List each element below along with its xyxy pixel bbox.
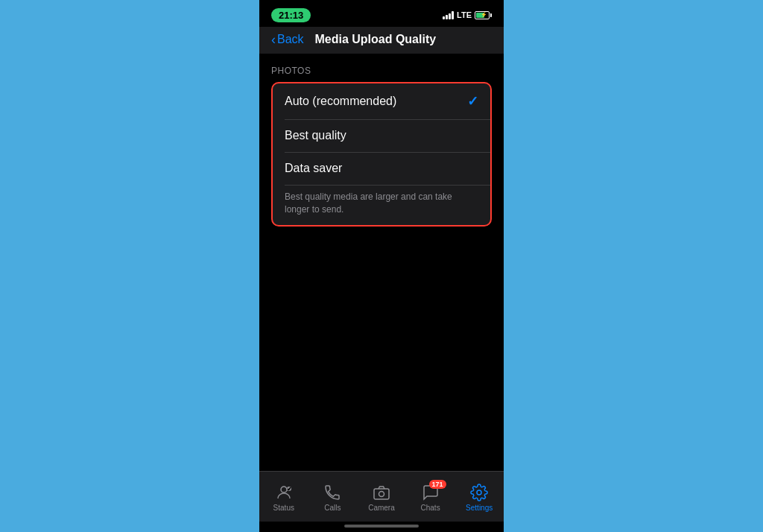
status-bar: 21:13 LTE ⚡: [259, 0, 504, 27]
page-title: Media Upload Quality: [259, 33, 492, 46]
tab-status-label: Status: [273, 504, 294, 512]
home-bar: [344, 525, 419, 528]
svg-rect-2: [374, 489, 389, 499]
tab-calls[interactable]: Calls: [308, 483, 358, 512]
option-note: Best quality media are larger and can ta…: [273, 185, 490, 225]
svg-point-4: [477, 490, 481, 495]
nav-bar: ‹ Back Media Upload Quality: [259, 27, 504, 54]
status-time: 21:13: [271, 8, 311, 22]
svg-point-3: [379, 492, 384, 497]
option-best[interactable]: Best quality: [273, 119, 490, 152]
tab-chats[interactable]: 171 Chats: [406, 483, 455, 512]
options-group: Auto (recommended) ✓ Best quality Data s…: [271, 82, 492, 227]
battery-icon: ⚡: [475, 11, 492, 19]
tab-calls-label: Calls: [324, 504, 341, 512]
camera-icon: [372, 483, 391, 502]
option-best-label: Best quality: [285, 129, 346, 142]
option-data-saver-label: Data saver: [285, 162, 342, 175]
phone-container: 21:13 LTE ⚡ ‹ Back Media Upload Qual: [259, 0, 504, 532]
section-label-photos: PHOTOS: [259, 66, 504, 82]
main-content: PHOTOS Auto (recommended) ✓ Best quality…: [259, 54, 504, 471]
chats-icon: 171: [421, 483, 440, 502]
tab-status[interactable]: Status: [259, 483, 308, 512]
home-indicator: [259, 522, 504, 532]
tab-chats-label: Chats: [421, 504, 440, 512]
chats-badge: 171: [429, 480, 446, 489]
option-auto[interactable]: Auto (recommended) ✓: [273, 83, 490, 119]
svg-point-0: [281, 487, 287, 493]
status-icon: [274, 483, 294, 502]
tab-camera[interactable]: Camera: [357, 483, 406, 512]
calls-icon: [323, 483, 342, 502]
signal-bars-icon: [443, 10, 454, 19]
settings-icon: [469, 483, 489, 502]
option-data-saver[interactable]: Data saver: [273, 152, 490, 185]
check-icon: ✓: [467, 93, 478, 110]
tab-settings-label: Settings: [466, 504, 493, 512]
tab-camera-label: Camera: [368, 504, 395, 512]
status-icons: LTE ⚡: [443, 10, 492, 19]
tab-bar: Status Calls Camera: [259, 471, 504, 522]
option-auto-label: Auto (recommended): [285, 95, 396, 108]
tab-settings[interactable]: Settings: [455, 483, 504, 512]
lte-label: LTE: [457, 10, 472, 19]
